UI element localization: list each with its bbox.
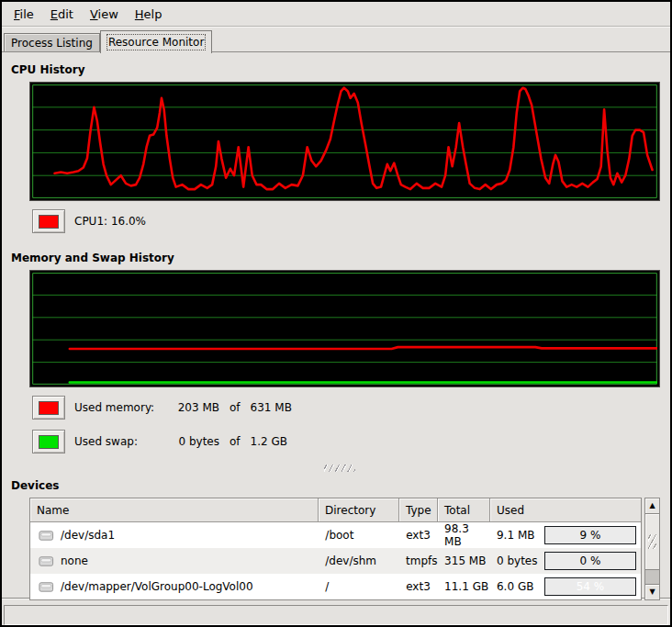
progress-percent-label: 9 %: [545, 527, 635, 543]
memory-used-value: 203 MB: [166, 401, 219, 414]
menu-file[interactable]: File: [6, 4, 42, 25]
device-name: /dev/mapper/VolGroup00-LogVol00: [61, 580, 253, 593]
scroll-down-icon[interactable]: ▼: [645, 584, 659, 599]
hard-drive-icon: [39, 529, 54, 542]
menu-edit[interactable]: Edit: [42, 4, 82, 25]
table-row[interactable]: /dev/sda1 /boot ext3 98.3 MB 9.1 MB 9 %: [30, 522, 641, 548]
devices-vertical-scrollbar[interactable]: ▲ ▼: [644, 498, 660, 600]
swap-color-button[interactable]: [32, 430, 65, 453]
device-type: ext3: [398, 529, 437, 542]
swap-color-swatch: [39, 435, 59, 449]
devices-area: Name Directory Type Total Used /dev/sda1…: [29, 498, 670, 600]
tab-label: Process Listing: [11, 37, 93, 50]
progress-percent-label: 54 %: [545, 578, 635, 595]
devices-title: Devices: [11, 479, 670, 492]
swap-legend: Used swap: 0 bytes of 1.2 GB: [32, 430, 670, 453]
device-total: 98.3 MB: [437, 522, 489, 548]
scrollbar-track[interactable]: [645, 570, 659, 584]
swap-used-value: 0 bytes: [166, 435, 219, 448]
devices-table: Name Directory Type Total Used /dev/sda1…: [29, 498, 642, 600]
cpu-legend: CPU1: 16.0%: [32, 209, 670, 233]
cpu-history-chart: [29, 82, 660, 201]
column-header-used[interactable]: Used: [490, 498, 641, 522]
column-header-type[interactable]: Type: [399, 498, 438, 522]
table-row[interactable]: /dev/mapper/VolGroup00-LogVol00 / ext3 1…: [30, 574, 641, 599]
column-header-total[interactable]: Total: [438, 498, 490, 522]
menu-view[interactable]: View: [82, 4, 127, 25]
device-total: 11.1 GB: [437, 580, 489, 593]
memory-color-button[interactable]: [32, 396, 65, 420]
tab-resource-monitor[interactable]: Resource Monitor: [100, 30, 212, 53]
scroll-up-icon[interactable]: ▲: [645, 498, 659, 514]
device-type: tmpfs: [398, 554, 437, 567]
device-directory: /boot: [318, 529, 398, 542]
column-header-directory[interactable]: Directory: [319, 498, 399, 522]
devices-table-header: Name Directory Type Total Used: [30, 498, 641, 522]
device-directory: /: [318, 580, 398, 593]
hard-drive-icon: [39, 554, 54, 567]
device-used: 9.1 MB: [497, 529, 543, 542]
tab-bar: Process Listing Resource Monitor: [2, 27, 670, 52]
device-total: 315 MB: [437, 554, 489, 567]
cpu-color-swatch: [39, 215, 59, 229]
memory-legend: Used memory: 203 MB of 631 MB: [32, 396, 670, 420]
device-used: 0 bytes: [497, 554, 543, 567]
menu-bar: File Edit View Help: [2, 2, 670, 27]
tab-label: Resource Monitor: [108, 36, 204, 49]
usage-progress-bar: 54 %: [544, 577, 636, 596]
memory-color-swatch: [39, 401, 59, 415]
resource-monitor-page: CPU History CPU1: 16.0% Memory and Swap …: [2, 51, 670, 599]
tab-process-listing[interactable]: Process Listing: [4, 33, 100, 52]
cpu-color-button[interactable]: [32, 209, 65, 233]
memory-history-title: Memory and Swap History: [11, 252, 670, 264]
swap-of-text: of: [230, 435, 241, 448]
usage-progress-bar: 0 %: [544, 552, 636, 570]
cpu-history-title: CPU History: [11, 63, 670, 76]
column-header-name[interactable]: Name: [30, 498, 319, 522]
thumb-grip-icon: [648, 534, 656, 549]
menu-help[interactable]: Help: [127, 4, 171, 25]
cpu-legend-label: CPU1: 16.0%: [74, 215, 146, 228]
device-directory: /dev/shm: [318, 554, 398, 567]
scrollbar-thumb[interactable]: [645, 514, 659, 570]
memory-of-text: of: [230, 401, 241, 414]
table-row[interactable]: none /dev/shm tmpfs 315 MB 0 bytes 0 %: [30, 548, 641, 574]
pane-resize-grip[interactable]: [324, 465, 355, 472]
memory-swap-chart: [29, 270, 660, 387]
progress-percent-label: 0 %: [545, 553, 635, 569]
device-type: ext3: [398, 580, 437, 593]
status-bar: [4, 605, 668, 625]
memory-legend-label: Used memory:: [74, 401, 166, 414]
swap-total-value: 1.2 GB: [251, 435, 287, 448]
usage-progress-bar: 9 %: [544, 526, 636, 544]
swap-legend-label: Used swap:: [74, 435, 166, 448]
memory-total-value: 631 MB: [251, 401, 292, 414]
hard-drive-icon: [39, 580, 54, 593]
device-used: 6.0 GB: [497, 580, 543, 593]
device-name: none: [61, 554, 88, 567]
device-name: /dev/sda1: [61, 529, 115, 542]
